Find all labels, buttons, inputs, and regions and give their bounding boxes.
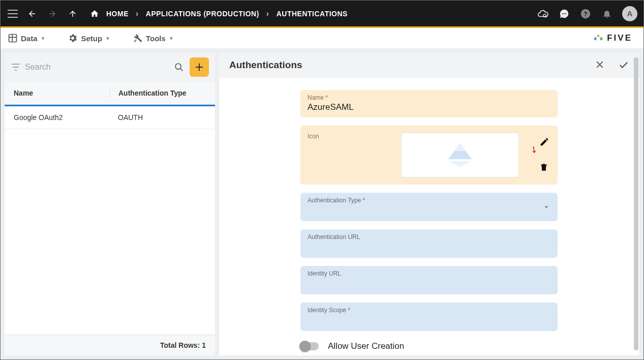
right-panel: Authentications Name * Icon <box>219 52 639 355</box>
field-identity-url[interactable]: Identity URL <box>300 266 558 294</box>
field-auth-type[interactable]: Authentication Type * <box>300 193 558 221</box>
auth-type-value <box>308 205 550 216</box>
avatar-initial: A <box>627 9 633 18</box>
add-button[interactable] <box>190 57 209 77</box>
auth-url-value <box>308 242 550 253</box>
table-header: Name Authentication Type <box>5 82 215 105</box>
svg-marker-10 <box>449 161 471 167</box>
menu-setup[interactable]: Setup ▼ <box>68 33 110 43</box>
svg-marker-9 <box>454 143 466 151</box>
icon-actions: ➘ <box>539 137 550 173</box>
chevron-down-icon: ▼ <box>169 36 174 41</box>
chevron-right-icon: › <box>266 9 269 18</box>
up-icon[interactable] <box>68 9 78 19</box>
menu-tools-label: Tools <box>146 34 166 43</box>
menu-icon[interactable] <box>7 8 19 20</box>
row-name: Google OAuth2 <box>14 113 110 122</box>
field-name-label: Name * <box>308 94 550 101</box>
cloud-icon[interactable] <box>537 8 549 20</box>
close-icon[interactable] <box>595 59 606 71</box>
field-auth-type-label: Authentication Type * <box>308 197 550 204</box>
table-footer: Total Rows: 1 <box>5 335 215 355</box>
field-name[interactable]: Name * <box>300 90 558 117</box>
svg-text:?: ? <box>584 10 588 17</box>
identity-scope-value <box>308 315 550 326</box>
table-body: Google OAuth2 OAUTH <box>5 106 215 335</box>
home-icon <box>90 9 99 18</box>
svg-point-1 <box>562 13 563 14</box>
topbar: HOME › APPLICATIONS (PRODUCTION) › AUTHE… <box>1 1 643 28</box>
field-identity-scope-label: Identity Scope * <box>308 307 550 314</box>
left-panel: Name Authentication Type Google OAuth2 O… <box>5 52 215 355</box>
logo: FIVE <box>593 33 636 44</box>
column-type[interactable]: Authentication Type <box>110 89 206 97</box>
avatar[interactable]: A <box>622 6 637 21</box>
logo-text: FIVE <box>607 33 632 43</box>
footer-label: Total Rows: <box>160 341 200 349</box>
menu-tools[interactable]: Tools ▼ <box>133 33 174 43</box>
toggle-switch[interactable] <box>300 342 319 350</box>
panel-actions <box>595 59 629 71</box>
nav-arrows <box>27 9 78 19</box>
field-identity-scope[interactable]: Identity Scope * <box>300 303 558 331</box>
row-type: OAUTH <box>110 113 206 122</box>
panel-header: Authentications <box>219 52 639 78</box>
chevron-down-icon: ▼ <box>105 36 110 41</box>
back-icon[interactable] <box>27 9 37 19</box>
toggle-allow-user-creation: Allow User Creation <box>300 339 558 353</box>
breadcrumb-home[interactable]: HOME <box>106 10 129 18</box>
search-icon[interactable] <box>173 62 185 73</box>
help-icon[interactable]: ? <box>579 8 592 20</box>
field-auth-url-label: Authentication URL <box>308 233 550 241</box>
table-row[interactable]: Google OAuth2 OAUTH <box>5 106 215 129</box>
breadcrumb-auth[interactable]: AUTHENTICATIONS <box>277 10 348 18</box>
chat-icon[interactable] <box>558 8 570 20</box>
topbar-right: ? A <box>537 6 637 21</box>
footer-count: 1 <box>202 341 206 349</box>
field-auth-url[interactable]: Authentication URL <box>300 229 558 258</box>
panel-title: Authentications <box>229 59 302 71</box>
field-icon: Icon ➘ <box>300 126 558 185</box>
icon-preview <box>401 133 519 177</box>
field-icon-label: Icon <box>308 133 319 140</box>
menu-setup-label: Setup <box>81 34 102 43</box>
azure-icon <box>442 140 478 170</box>
edit-icon[interactable]: ➘ <box>539 137 550 148</box>
svg-point-3 <box>565 13 566 14</box>
form-area: Name * Icon ➘ <box>219 78 639 355</box>
menu-data-label: Data <box>21 34 38 43</box>
forward-icon <box>47 9 57 19</box>
chevron-down-icon: ▼ <box>41 36 46 41</box>
logo-mark-icon <box>593 33 604 44</box>
chevron-down-icon <box>542 203 550 211</box>
check-icon[interactable] <box>618 59 629 71</box>
bell-icon[interactable] <box>601 8 613 20</box>
toggle-label: Allow User Creation <box>328 341 404 351</box>
name-input[interactable] <box>308 102 550 112</box>
svg-point-2 <box>564 13 565 14</box>
field-identity-url-label: Identity URL <box>308 270 550 277</box>
search-row <box>5 52 215 82</box>
menubar: Data ▼ Setup ▼ Tools ▼ FIVE <box>1 28 643 48</box>
menu-data[interactable]: Data ▼ <box>8 33 45 43</box>
breadcrumb-apps[interactable]: APPLICATIONS (PRODUCTION) <box>146 10 259 18</box>
delete-icon[interactable] <box>539 162 550 173</box>
identity-url-value <box>308 278 550 289</box>
chevron-right-icon: › <box>136 9 139 18</box>
svg-point-7 <box>175 64 181 69</box>
search-input[interactable] <box>25 63 173 72</box>
arrow-annotation-icon: ➘ <box>528 143 540 157</box>
breadcrumbs: HOME › APPLICATIONS (PRODUCTION) › AUTHE… <box>90 9 348 18</box>
content: Name Authentication Type Google OAuth2 O… <box>1 48 643 359</box>
filter-icon[interactable] <box>11 62 21 72</box>
column-name[interactable]: Name <box>14 89 110 97</box>
